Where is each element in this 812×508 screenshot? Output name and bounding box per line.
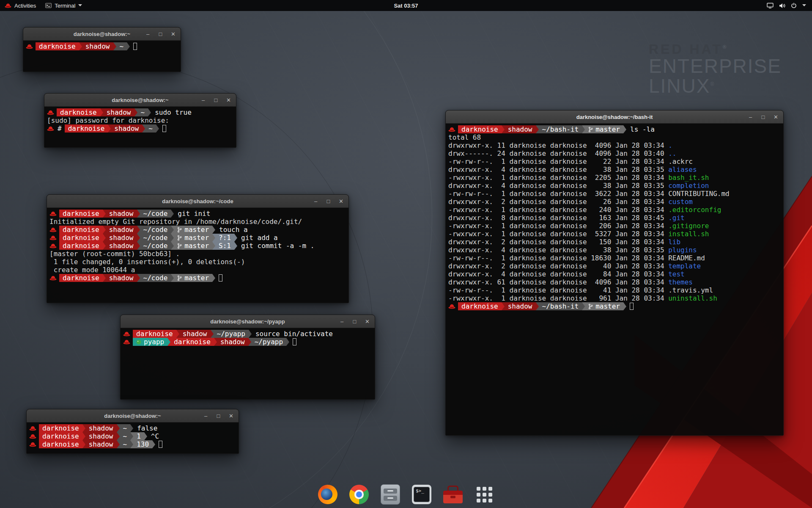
maximize-button[interactable]: □ bbox=[760, 114, 766, 120]
terminal-content[interactable]: darknoiseshadow~ bbox=[23, 41, 181, 72]
prompt-segment-user: darknoise bbox=[59, 234, 103, 242]
window-titlebar[interactable]: darknoise@shadow:~ – □ ✕ bbox=[23, 28, 181, 41]
prompt-line: darknoiseshadow~/codemasterS:1git commit… bbox=[49, 242, 346, 250]
close-button[interactable]: ✕ bbox=[226, 97, 231, 103]
branch-icon bbox=[177, 275, 182, 281]
powerline-separator-icon bbox=[100, 108, 103, 116]
text-cursor bbox=[162, 125, 166, 132]
prompt-segment-user: darknoise bbox=[458, 302, 502, 310]
window-titlebar[interactable]: darknoise@shadow:~ – □ ✕ bbox=[27, 409, 239, 422]
powerline-separator-icon bbox=[117, 440, 120, 448]
redhat-icon bbox=[29, 433, 36, 439]
minimize-button[interactable]: – bbox=[145, 31, 151, 37]
prompt-line: darknoiseshadow~/bash-itmaster bbox=[448, 302, 781, 310]
chevron-down-icon bbox=[78, 4, 82, 7]
powerline-separator-icon bbox=[127, 42, 130, 50]
redhat-icon bbox=[49, 235, 57, 240]
powerline-separator-icon bbox=[623, 125, 626, 133]
dock: $>_ bbox=[317, 483, 495, 505]
terminal-content[interactable]: darknoiseshadow~sudo true[sudo] password… bbox=[44, 107, 236, 147]
dock-item-firefox[interactable] bbox=[317, 483, 339, 505]
terminal-content[interactable]: darknoiseshadow~falsedarknoiseshadow~1^C… bbox=[27, 422, 239, 453]
powerline-separator-icon bbox=[108, 124, 111, 133]
prompt-line: darknoiseshadow~/codemastertouch a bbox=[49, 226, 346, 234]
maximize-button[interactable]: □ bbox=[158, 31, 163, 37]
branch-icon bbox=[177, 243, 182, 249]
app-menu-terminal[interactable]: Terminal bbox=[41, 0, 87, 11]
prompt-segment-host: shadow bbox=[505, 302, 536, 310]
window-titlebar[interactable]: darknoise@shadow:~ – □ ✕ bbox=[44, 94, 236, 107]
powerline-separator-icon bbox=[117, 424, 120, 432]
output-line: -rw-rw-r--. 1 darknoise darknoise 18630 … bbox=[448, 254, 781, 262]
powerline-separator-icon bbox=[582, 125, 585, 133]
prompt-segment-host: shadow bbox=[217, 338, 248, 346]
powerline-separator-icon bbox=[134, 108, 137, 116]
powerline-separator-icon bbox=[144, 432, 147, 440]
prompt-segment-path: ~/bash-it bbox=[539, 125, 582, 133]
terminal-content[interactable]: darknoiseshadow~/bash-itmasterls -latota… bbox=[446, 124, 783, 435]
file-attributes: drwx------. 24 darknoise darknoise 4096 … bbox=[448, 149, 668, 157]
dock-item-terminal[interactable]: $>_ bbox=[411, 483, 433, 505]
powerline-separator-icon bbox=[171, 226, 174, 234]
maximize-button[interactable]: □ bbox=[352, 319, 357, 324]
registered-mark: ® bbox=[710, 81, 715, 87]
powerline-separator-icon bbox=[137, 242, 140, 250]
output-text: [sudo] password for darknoise: bbox=[47, 116, 169, 124]
terminal-content[interactable]: darknoiseshadow~/pyappsource bin/activat… bbox=[121, 328, 375, 399]
dock-item-files[interactable] bbox=[379, 483, 401, 505]
output-line: -rwxrwxr-x. 1 darknoise darknoise 2205 J… bbox=[448, 174, 781, 182]
close-button[interactable]: ✕ bbox=[170, 31, 176, 37]
dock-item-app-grid[interactable] bbox=[473, 483, 495, 505]
command-text: ls -la bbox=[630, 125, 655, 133]
maximize-button[interactable]: □ bbox=[213, 97, 219, 103]
close-button[interactable]: ✕ bbox=[338, 199, 344, 204]
close-button[interactable]: ✕ bbox=[773, 114, 779, 120]
file-attributes: drwxrwxr-x. 2 darknoise darknoise 40 Jan… bbox=[448, 262, 668, 270]
terminal-icon: $>_ bbox=[412, 485, 431, 504]
powerline-separator-icon bbox=[167, 338, 170, 346]
prompt-segment-path: ~/pyapp bbox=[214, 330, 249, 338]
powerline-separator-icon bbox=[582, 302, 585, 310]
toolbox-icon bbox=[443, 486, 463, 503]
close-button[interactable]: ✕ bbox=[365, 319, 370, 324]
prompt-segment-host: shadow bbox=[82, 42, 113, 50]
minimize-button[interactable]: – bbox=[748, 114, 753, 120]
window-title: darknoise@shadow:~/bash-it bbox=[576, 114, 653, 120]
text-cursor bbox=[219, 274, 222, 282]
maximize-button[interactable]: □ bbox=[326, 199, 331, 204]
maximize-button[interactable]: □ bbox=[216, 413, 221, 419]
terminal-content[interactable]: darknoiseshadow~/codegit initInitialized… bbox=[47, 208, 348, 303]
window-titlebar[interactable]: darknoise@shadow:~/bash-it – □ ✕ bbox=[446, 110, 783, 124]
minimize-button[interactable]: – bbox=[200, 97, 206, 103]
powerline-separator-icon bbox=[103, 274, 106, 282]
minimize-button[interactable]: – bbox=[313, 199, 318, 204]
window-titlebar[interactable]: darknoise@shadow:~/pyapp – □ ✕ bbox=[121, 315, 375, 328]
dock-item-chrome[interactable] bbox=[348, 483, 370, 505]
output-line: drwxrwxr-x. 4 darknoise darknoise 84 Jan… bbox=[448, 270, 781, 278]
file-name: custom bbox=[668, 198, 693, 206]
close-button[interactable]: ✕ bbox=[228, 413, 234, 419]
window-title: darknoise@shadow:~ bbox=[104, 413, 161, 419]
prompt-segment-user: darknoise bbox=[170, 338, 214, 346]
top-bar: Activities Terminal Sat 03:57 bbox=[0, 0, 812, 11]
prompt-segment-user: darknoise bbox=[59, 210, 103, 218]
command-text: git commit -a -m . bbox=[241, 242, 314, 250]
file-attributes: -rwxrwxr-x. 1 darknoise darknoise 206 Ja… bbox=[448, 222, 668, 230]
clock[interactable]: Sat 03:57 bbox=[394, 3, 418, 9]
powerline-separator-icon bbox=[212, 274, 215, 282]
file-attributes: drwxrwxr-x. 2 darknoise darknoise 150 Ja… bbox=[448, 238, 668, 246]
powerline-separator-icon bbox=[502, 302, 505, 310]
prompt-segment-host: shadow bbox=[106, 210, 137, 218]
output-line: drwxrwxr-x. 4 darknoise darknoise 38 Jan… bbox=[448, 182, 781, 190]
dock-item-toolbox[interactable] bbox=[442, 483, 464, 505]
file-name: .editorconfig bbox=[668, 206, 721, 214]
system-status-area[interactable] bbox=[761, 0, 812, 11]
activities-button[interactable]: Activities bbox=[0, 0, 41, 11]
display-icon bbox=[767, 3, 774, 8]
prompt-line: darknoiseshadow~ bbox=[26, 42, 178, 50]
minimize-button[interactable]: – bbox=[339, 319, 345, 324]
file-attributes: drwxrwxr-x. 4 darknoise darknoise 38 Jan… bbox=[448, 182, 668, 190]
window-titlebar[interactable]: darknoise@shadow:~/code – □ ✕ bbox=[47, 195, 348, 208]
minimize-button[interactable]: – bbox=[203, 413, 208, 419]
file-name: .gitignore bbox=[668, 222, 709, 230]
